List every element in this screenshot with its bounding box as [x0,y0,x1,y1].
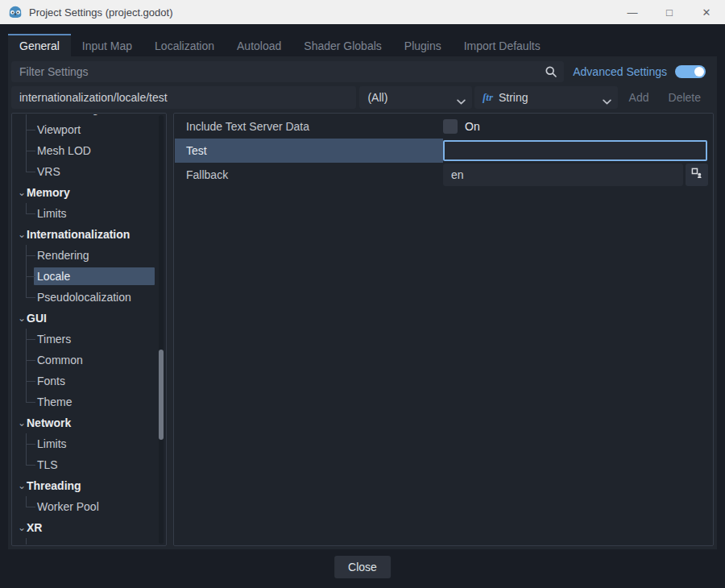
fallback-value-field[interactable]: en [443,164,683,186]
filter-row: Advanced Settings [11,61,709,82]
tree-connector-line [26,245,35,266]
type-value: String [499,91,528,104]
collapse-chevron-icon: ⌄ [18,230,27,238]
advanced-settings-label: Advanced Settings [573,65,667,78]
filter-settings-input[interactable] [11,61,564,82]
feature-filter-value: (All) [367,91,387,104]
property-bar: (All) ſtr String Add Delete [11,86,709,109]
property-value [443,139,712,163]
delete-button[interactable]: Delete [661,86,709,109]
locale-edit-icon [691,168,703,182]
tree-item-pseudolocalization[interactable]: Pseudolocalization [13,287,165,308]
tree-item-rendering[interactable]: Rendering [13,245,165,266]
test-value-input[interactable] [443,140,707,161]
tree-scroll-area: Anti Aliasing Viewport Mesh LOD VRS ⌄ Me… [13,114,165,545]
collapse-chevron-icon: ⌄ [18,188,27,197]
tree-scrollbar-thumb[interactable] [159,350,164,440]
add-button[interactable]: Add [621,86,657,109]
tree-item-vrs[interactable]: VRS [13,161,165,182]
tree-connector-line [26,203,35,224]
tree-item-limits[interactable]: Limits [13,203,165,224]
tab-localization[interactable]: Localization [143,34,226,56]
titlebar: Project Settings (project.godot) —□✕ [0,0,725,24]
property-path-input[interactable] [11,86,356,109]
tab-shader-globals[interactable]: Shader Globals [292,34,393,56]
tree-connector-line [26,433,35,454]
tree-connector-line [26,140,35,161]
collapse-chevron-icon: ⌄ [18,482,27,490]
minimize-icon: — [628,6,638,19]
tab-input-map[interactable]: Input Map [71,34,143,56]
type-dropdown[interactable]: ſtr String [474,86,618,109]
tree-item-fonts[interactable]: Fonts [13,371,165,391]
tab-bar: General Input Map Localization Autoload … [8,34,552,56]
tree-category-memory[interactable]: ⌄ Memory [13,182,165,203]
feature-filter-dropdown[interactable]: (All) [359,86,472,109]
tree-item-mesh-lod[interactable]: Mesh LOD [13,140,165,161]
include-text-server-data-checkbox[interactable] [443,119,458,134]
checkbox-on-label: On [465,120,480,133]
tree-connector-line [26,287,35,308]
property-label: Include Text Server Data [175,114,443,139]
settings-tree: Anti Aliasing Viewport Mesh LOD VRS ⌄ Me… [11,113,167,546]
property-rows: Include Text Server Data On Test Fallbac… [175,114,712,187]
locale-edit-button[interactable] [686,164,708,186]
window-controls: —□✕ [614,0,725,24]
tree-category-xr[interactable]: ⌄ XR [13,517,165,538]
search-icon [545,65,557,78]
tree-item-tls[interactable]: TLS [13,454,165,475]
tree-item-limits[interactable]: Limits [13,433,165,454]
property-row-fallback: Fallback en [175,163,712,187]
tree-connector-line [26,391,35,412]
minimize-button[interactable]: — [614,0,651,24]
close-icon: ✕ [702,6,711,19]
tree-item-timers[interactable]: Timers [13,329,165,350]
tree-connector-line [26,119,35,140]
tree-item-worker-pool[interactable]: Worker Pool [13,496,165,517]
general-tab-panel: Advanced Settings (All) ſtr String Add [8,56,717,549]
tree-connector-line [26,161,35,182]
string-type-icon: ſtr [483,91,493,104]
close-button[interactable]: Close [334,556,391,578]
maximize-icon: □ [666,6,673,19]
tree-item-viewport[interactable]: Viewport [13,119,165,140]
close-button[interactable]: ✕ [688,0,725,24]
locale-properties-pane: Include Text Server Data On Test Fallbac… [173,113,714,546]
advanced-settings-toggle[interactable] [675,65,706,78]
tree-item-theme[interactable]: Theme [13,391,165,412]
tree-scrollbar-track[interactable] [159,115,164,544]
property-value: en [443,163,712,187]
maximize-button[interactable]: □ [651,0,688,24]
tree-connector-line [26,538,35,545]
collapse-chevron-icon: ⌄ [18,524,27,532]
tree-connector-line [26,350,35,371]
tab-general[interactable]: General [8,34,71,56]
property-row-test: Test [175,139,712,163]
tree-item-locale[interactable]: Locale [13,266,165,287]
tree-connector-line [26,329,35,350]
tree-connector-line [26,371,35,391]
tree-connector-line [26,266,35,287]
property-label: Test [175,139,443,163]
tree-item-openxr[interactable]: OpenXR [13,538,165,545]
tree-connector-line [26,454,35,475]
filter-settings-field [11,61,564,82]
tab-autoload[interactable]: Autoload [226,34,292,56]
tree-category-network[interactable]: ⌄ Network [13,412,165,433]
collapse-chevron-icon: ⌄ [18,419,27,427]
tree-item-common[interactable]: Common [13,350,165,371]
tree-category-internationalization[interactable]: ⌄ Internationalization [13,224,165,245]
godot-logo-icon [8,5,23,19]
property-value: On [443,114,712,139]
property-label: Fallback [175,163,443,187]
tree-category-threading[interactable]: ⌄ Threading [13,475,165,496]
collapse-chevron-icon: ⌄ [18,314,27,322]
chevron-down-icon [603,94,611,107]
tree-connector-line [26,496,35,517]
tab-import-defaults[interactable]: Import Defaults [453,34,552,56]
property-row-include-text-server-data: Include Text Server Data On [175,114,712,139]
tab-plugins[interactable]: Plugins [393,34,453,56]
window-title: Project Settings (project.godot) [29,6,172,19]
project-settings-dialog: General Input Map Localization Autoload … [0,24,725,588]
tree-category-gui[interactable]: ⌄ GUI [13,308,165,329]
